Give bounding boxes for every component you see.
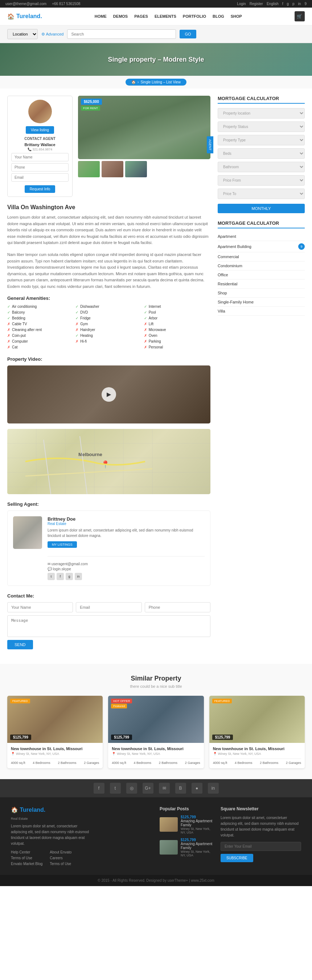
property-card-1[interactable]: FEATURED $125,799 New townhouse in St. L…	[7, 696, 103, 768]
calc-price-from-select[interactable]: Price From	[218, 175, 305, 186]
card-location-1: 📍 Winey St, New York, NY, USA	[11, 752, 99, 756]
nav-home[interactable]: HOME	[95, 14, 107, 19]
nav-blog[interactable]: BLOG	[213, 14, 224, 19]
footer-link-about[interactable]: About Envato	[50, 850, 72, 854]
hero-title: Single property – Modren Style	[108, 56, 204, 64]
social-p[interactable]: p	[293, 2, 294, 6]
breadcrumb[interactable]: 🏠 › Single Listing – List View	[126, 79, 186, 86]
cart-button[interactable]: 🛒	[294, 11, 305, 21]
footer-email-icon[interactable]: ✉	[159, 783, 170, 794]
agent-tab[interactable]: AGENT	[207, 136, 213, 153]
calc-status-select[interactable]: Property Status	[218, 121, 305, 132]
amenity-cleaning: ✗ Cleaning after rent	[7, 328, 74, 332]
footer-behance-icon[interactable]: B	[175, 783, 186, 794]
footer-facebook-icon[interactable]: f	[94, 783, 105, 794]
property-card-3[interactable]: FEATURED $125,799 New townhouse in St. L…	[209, 696, 305, 768]
type-villa[interactable]: Villa	[218, 307, 305, 316]
type-commercial[interactable]: Commercial	[218, 252, 305, 261]
advanced-search-toggle[interactable]: ⚙ Advanced	[41, 32, 64, 37]
calc-price-to-select[interactable]: Price To	[218, 189, 305, 199]
agent-details: Brittney Doe Real Estate Lorem ipsum dol…	[48, 516, 205, 580]
check-icon: ✓	[7, 310, 10, 314]
footer-linkedin-icon[interactable]: in	[208, 783, 219, 794]
type-condominium[interactable]: Condominium	[218, 261, 305, 270]
nav-pages[interactable]: PAGES	[134, 14, 148, 19]
social-g[interactable]: g	[287, 2, 289, 6]
social-linkedin-icon[interactable]: in	[75, 573, 82, 580]
calc-type-select[interactable]: Property Type	[218, 135, 305, 145]
contact-name-input[interactable]	[7, 602, 73, 612]
monthly-button[interactable]: MONTHLY	[218, 204, 305, 213]
agent-phone-input[interactable]	[11, 163, 68, 172]
newsletter-desc: Lorem ipsum dolor sit amet, consectetuer…	[221, 815, 301, 838]
footer-link-terms2[interactable]: Terms of Use	[50, 862, 72, 866]
footer-link-market[interactable]: Envato Market Blog	[11, 862, 43, 866]
social-f[interactable]: f	[282, 2, 283, 6]
agent-avatar	[28, 100, 52, 123]
contact-message-input[interactable]	[7, 615, 210, 637]
type-apartment[interactable]: Apartment	[218, 232, 305, 241]
search-input[interactable]	[67, 29, 176, 39]
language-selector[interactable]: English	[267, 2, 279, 6]
logo[interactable]: 🏠 Tureland.	[7, 13, 42, 20]
footer-post-1[interactable]: $125,799 Amazing Apartment Family Winey …	[160, 815, 213, 834]
card-name-3: New townhouse in St. Louis, Missouri	[213, 746, 301, 751]
social-google-icon[interactable]: g	[66, 573, 73, 580]
x-icon: ✗	[144, 345, 147, 349]
calc-bathrooms-select[interactable]: Bathroom	[218, 162, 305, 172]
contact-phone-input[interactable]	[145, 602, 210, 612]
subscribe-button[interactable]: SUBSCRIBE	[221, 854, 253, 862]
footer-twitter-icon[interactable]: t	[110, 783, 121, 794]
footer-google-icon[interactable]: G+	[143, 783, 153, 794]
nav-demos[interactable]: DEMOS	[113, 14, 128, 19]
footer-instagram-icon[interactable]: ◎	[126, 783, 137, 794]
type-apartment-building[interactable]: Apartment Building 9	[218, 241, 305, 252]
phone-link[interactable]: +66 817 5361508	[52, 2, 80, 6]
contact-email-input[interactable]	[76, 602, 142, 612]
type-residential[interactable]: Residential	[218, 280, 305, 289]
footer-link-careers[interactable]: Careers	[50, 856, 72, 860]
footer-posts-col: Popular Posts $125,799 Amazing Apartment…	[160, 807, 213, 866]
play-button[interactable]: ▶	[102, 387, 116, 402]
nav-elements[interactable]: ELEMENTS	[154, 14, 176, 19]
social-in[interactable]: in	[298, 2, 301, 6]
agent-skype: 💬 login.skype	[48, 567, 205, 571]
agent-bio: Lorem ipsum dolor sit amet, consectetuer…	[48, 528, 205, 538]
agent-name-input[interactable]	[11, 153, 68, 161]
email-link[interactable]: user@theme@gmail.com	[5, 2, 46, 6]
agent-email-input[interactable]	[11, 173, 68, 181]
register-link[interactable]: Register	[250, 2, 263, 6]
social-twitter-icon[interactable]: t	[48, 573, 55, 580]
nav-shop[interactable]: SHOP	[231, 14, 242, 19]
footer-link-help[interactable]: Help Center	[11, 850, 43, 854]
social-extra[interactable]: 9	[304, 2, 307, 6]
all-listings-button[interactable]: MY LISTINGS	[48, 541, 77, 548]
property-map[interactable]: Melbourne 📍	[7, 429, 210, 494]
type-single-family[interactable]: Single-Family Home	[218, 298, 305, 307]
newsletter-email-input[interactable]	[221, 842, 301, 851]
thumbnail-3[interactable]	[125, 161, 147, 177]
calc-beds-select[interactable]: Beds	[218, 148, 305, 159]
thumbnail-2[interactable]	[102, 161, 123, 177]
footer-post-2[interactable]: $125,799 Amazing Apartment Family Winey …	[160, 838, 213, 857]
nav-portfolio[interactable]: PORTFOLIO	[183, 14, 206, 19]
check-icon: ✓	[7, 305, 10, 309]
property-card-2[interactable]: HOT OFFER Featured $125,799 New townhous…	[108, 696, 204, 768]
property-video[interactable]: ▶	[7, 366, 210, 423]
search-button[interactable]: GO	[180, 30, 196, 38]
social-facebook-icon[interactable]: f	[57, 573, 64, 580]
property-price-badge: $625,000	[81, 99, 102, 105]
calc-location-select[interactable]: Property location	[218, 108, 305, 119]
footer-post-location-2: Winey St, New York, NY, USA	[181, 850, 213, 857]
request-info-button[interactable]: Request Info	[25, 185, 56, 193]
type-shop[interactable]: Shop	[218, 289, 305, 298]
login-link[interactable]: Login	[237, 2, 246, 6]
view-listing-button[interactable]: View listing	[26, 126, 54, 134]
thumbnail-1[interactable]	[78, 161, 100, 177]
amenity-cable-tv: ✗ Cable TV	[7, 322, 74, 326]
footer-dribbble-icon[interactable]: ●	[191, 783, 202, 794]
location-select[interactable]: Location	[7, 29, 38, 39]
send-button[interactable]: SEND	[7, 640, 33, 649]
footer-link-terms[interactable]: Terms of Use	[11, 856, 43, 860]
type-office[interactable]: Office	[218, 270, 305, 280]
